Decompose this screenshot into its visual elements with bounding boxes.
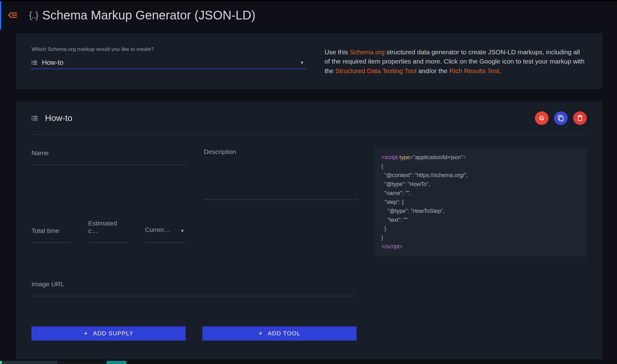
section-actions: G [535, 111, 587, 125]
add-tool-button[interactable]: + ADD TOOL [202, 326, 357, 341]
name-field[interactable]: Name [31, 147, 186, 165]
svg-rect-19 [579, 115, 581, 116]
code-line: "@type": "HowTo", [381, 181, 430, 187]
svg-point-5 [32, 62, 33, 63]
code-line: <script [381, 154, 400, 160]
svg-point-3 [32, 61, 33, 62]
svg-rect-6 [33, 62, 37, 63]
code-line: </script> [381, 243, 403, 250]
add-supply-button[interactable]: + ADD SUPPLY [31, 326, 186, 341]
estimated-cost-field[interactable]: Estimated c… [88, 218, 128, 243]
description-field[interactable]: Description [204, 147, 358, 200]
svg-point-13 [31, 120, 32, 121]
schema-select-label: Which Schema.org markup would you like t… [31, 46, 306, 52]
svg-rect-12 [33, 118, 38, 118]
svg-point-7 [32, 64, 33, 65]
intro-text-3: and/or the [416, 67, 449, 74]
image-url-field[interactable]: Image URL [31, 279, 357, 296]
svg-rect-16 [560, 117, 563, 121]
page-title: Schema Markup Generator (JSON-LD) [42, 8, 255, 22]
intro-text: Use this Schema.org structured data gene… [325, 46, 587, 76]
chevron-down-icon: ▼ [300, 60, 304, 65]
svg-rect-4 [33, 61, 37, 61]
copy-icon [558, 115, 564, 121]
plus-icon: + [84, 329, 88, 337]
schema-selector-card: Which Schema.org markup would you like t… [16, 33, 602, 89]
google-test-button[interactable]: G [535, 111, 549, 125]
code-line: "@context": "https://schema.org/", [381, 172, 468, 178]
description-label: Description [204, 148, 236, 155]
code-line: type [400, 154, 410, 160]
svg-point-11 [31, 118, 32, 119]
code-line: "text": "" [381, 217, 408, 223]
logo-braces: {..} [29, 10, 38, 20]
code-line: } [381, 234, 383, 241]
code-line: > [463, 154, 466, 160]
add-supply-label: ADD SUPPLY [93, 330, 134, 337]
left-accent-bar [0, 1, 1, 30]
svg-rect-18 [578, 116, 582, 116]
list-icon [31, 60, 37, 65]
bottom-status-strip [0, 361, 617, 364]
name-label: Name [31, 149, 186, 157]
trash-icon [578, 115, 582, 121]
schema-org-link[interactable]: Schema.org [350, 48, 385, 56]
delete-button[interactable] [573, 111, 587, 125]
sdtt-link[interactable]: Structured Data Testing Tool [335, 67, 416, 74]
jsonld-code-preview: <script type="application/ld+json"> { "@… [375, 147, 587, 257]
schema-select-value: How-to [42, 59, 64, 67]
schema-type-select[interactable]: How-to ▼ [31, 57, 306, 69]
code-line: "step": { [381, 199, 404, 205]
add-tool-label: ADD TOOL [268, 330, 300, 337]
svg-rect-8 [33, 64, 37, 64]
image-url-label: Image URL [31, 280, 357, 288]
total-time-field[interactable]: Total time [31, 225, 72, 243]
estimated-cost-label: Estimated c… [88, 220, 128, 234]
app-header: {..} Schema Markup Generator (JSON-LD) [0, 0, 617, 29]
svg-rect-17 [578, 117, 582, 121]
google-icon: G [539, 115, 544, 122]
rich-results-link[interactable]: Rich Results Test [449, 67, 499, 74]
back-collapse-icon[interactable] [8, 12, 17, 19]
code-line: "application/ld+json" [413, 154, 463, 160]
plus-icon: + [259, 329, 263, 337]
code-line: } [381, 225, 386, 232]
code-line: "name": "", [381, 190, 411, 196]
code-line: { [381, 163, 383, 169]
intro-text-1: Use this [325, 48, 350, 56]
list-icon [31, 116, 38, 121]
svg-rect-10 [33, 116, 38, 117]
svg-rect-14 [33, 120, 38, 120]
total-time-label: Total time [31, 227, 72, 234]
intro-text-4: . [499, 67, 501, 74]
svg-point-9 [31, 116, 32, 117]
howto-section: How-to G Name [16, 101, 602, 359]
currency-label: Curren… [145, 226, 185, 234]
currency-select[interactable]: Curren… ▼ [145, 226, 185, 243]
chevron-down-icon: ▼ [180, 228, 184, 233]
copy-button[interactable] [554, 111, 568, 125]
code-line: "@type": "HowToStep", [381, 208, 445, 214]
section-title: How-to [45, 113, 535, 123]
code-line: = [410, 154, 413, 160]
